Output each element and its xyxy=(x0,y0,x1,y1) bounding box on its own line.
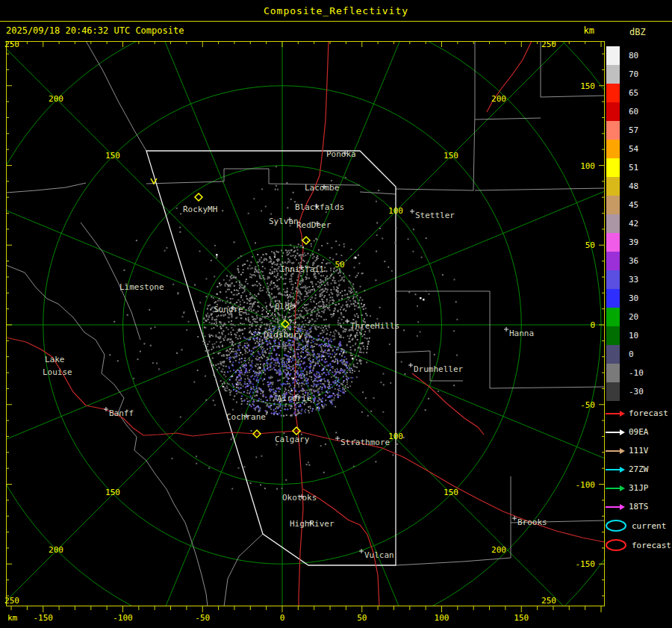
dbz-value: 42 xyxy=(629,219,638,228)
svg-text:50: 50 xyxy=(357,613,367,623)
legend-row: forecast xyxy=(605,404,671,423)
svg-text:-50: -50 xyxy=(580,400,595,410)
dbz-scale-row: 30 xyxy=(606,289,644,308)
dbz-value: -30 xyxy=(629,387,644,397)
dbz-scale-row: 70 xyxy=(606,65,644,84)
dbz-scale-row: 80 xyxy=(606,46,644,65)
dbz-swatch xyxy=(606,364,620,382)
dbz-swatch xyxy=(606,233,620,252)
map-layers xyxy=(0,0,672,628)
dbz-scale-row: 60 xyxy=(606,102,644,121)
dbz-swatch xyxy=(606,102,620,121)
svg-text:km: km xyxy=(7,613,18,623)
city-label: Innisfail xyxy=(280,264,325,274)
legend-row: 18TS xyxy=(605,497,671,516)
legend-label: forecast xyxy=(632,541,671,550)
city-label: Limestone xyxy=(119,282,164,292)
legend-label: forecast xyxy=(629,408,668,418)
km-unit-label-top: km xyxy=(557,25,594,36)
dbz-swatch xyxy=(606,382,620,401)
legend-label: 111V xyxy=(629,446,649,456)
svg-text:50: 50 xyxy=(585,240,595,250)
city-label: HighRiver xyxy=(290,519,335,529)
dbz-swatch xyxy=(606,196,620,214)
track-arrow-icon xyxy=(605,409,626,418)
dbz-value: 10 xyxy=(629,331,638,341)
dbz-value: 20 xyxy=(629,312,638,322)
svg-text:250: 250 xyxy=(541,596,556,606)
radar-map-canvas: -150-100-50050100150km150100500-50-100-1… xyxy=(0,0,672,628)
dbz-swatch xyxy=(606,121,620,140)
legend-row: 27ZW xyxy=(605,460,671,479)
track-arrow-icon xyxy=(605,428,626,437)
city-label: Okotoks xyxy=(282,493,317,503)
dbz-scale-row: 54 xyxy=(606,140,644,158)
dbz-swatch xyxy=(606,46,620,65)
city-label: Airdrie xyxy=(277,394,311,403)
city-label: Hanna xyxy=(509,329,534,338)
city-label: Ponoka xyxy=(326,149,356,159)
svg-text:100: 100 xyxy=(388,432,403,441)
legend-row: 31JP xyxy=(605,479,671,497)
svg-text:200: 200 xyxy=(49,94,63,104)
dbz-scale-row: 0 xyxy=(606,345,644,364)
svg-text:150: 150 xyxy=(514,613,529,623)
city-label: Sylvan xyxy=(269,217,299,226)
svg-text:150: 150 xyxy=(105,488,120,497)
dbz-value: 54 xyxy=(629,144,638,154)
track-arrow-icon xyxy=(605,465,626,474)
svg-text:0: 0 xyxy=(590,320,595,330)
city-label: Lake xyxy=(45,355,65,364)
dbz-value: 65 xyxy=(629,88,638,98)
dbz-value: 70 xyxy=(629,69,638,79)
city-label: Calgary xyxy=(275,435,310,444)
city-label: Banff xyxy=(109,408,134,418)
legend-label: 31JP xyxy=(629,483,649,493)
legend-row: 111V xyxy=(605,441,671,460)
svg-text:150: 150 xyxy=(444,151,458,161)
dbz-scale-row: -10 xyxy=(606,364,644,382)
dbz-swatch xyxy=(606,214,620,233)
dbz-value: 51 xyxy=(629,163,638,172)
city-label: Sundre xyxy=(214,305,243,314)
storm-ellipse-icon xyxy=(605,537,629,553)
city-label: Stettler xyxy=(415,211,455,220)
legend-row: 09EA xyxy=(605,423,671,441)
city-label: Cochrane xyxy=(226,412,266,422)
storm-ellipse-icon xyxy=(605,517,629,534)
city-label: Strathmore xyxy=(340,438,390,447)
city-label: Vulcan xyxy=(364,550,394,560)
svg-text:100: 100 xyxy=(435,613,449,623)
dbz-scale-row: 42 xyxy=(606,214,644,233)
dbz-value: 60 xyxy=(629,107,638,116)
dbz-scale-row: 65 xyxy=(606,84,644,102)
radar-site-icon xyxy=(302,237,310,244)
dbz-value: 36 xyxy=(629,256,638,266)
dbz-scale-row: 10 xyxy=(606,326,644,345)
dbz-color-scale: 807065605754514845423936333020100-10-30 xyxy=(606,46,644,401)
svg-text:100: 100 xyxy=(580,161,595,171)
svg-text:-50: -50 xyxy=(195,613,210,623)
dbz-swatch xyxy=(606,140,620,158)
svg-text:250: 250 xyxy=(4,40,19,49)
dbz-panel: dBZ 807065605754514845423936333020100-10… xyxy=(605,0,672,628)
product-timestamp: 2025/09/18 20:46:32 UTC Composite xyxy=(6,25,184,36)
storm-legend: forecast09EA111V27ZW31JP18TScurrentforec… xyxy=(605,404,671,555)
city-label: Drumheller xyxy=(414,364,464,374)
city-label: Olds xyxy=(275,302,295,311)
legend-row: current xyxy=(605,516,671,535)
svg-text:-150: -150 xyxy=(576,559,596,569)
dbz-value: 0 xyxy=(629,349,634,359)
svg-text:250: 250 xyxy=(541,40,556,49)
svg-text:-100: -100 xyxy=(576,480,596,490)
svg-text:150: 150 xyxy=(444,488,458,497)
svg-text:200: 200 xyxy=(49,545,63,555)
radar-viewer-window: -150-100-50050100150km150100500-50-100-1… xyxy=(0,0,672,628)
city-label: Didsbury xyxy=(264,330,303,340)
track-arrow-icon xyxy=(605,503,626,512)
svg-text:150: 150 xyxy=(580,81,595,91)
city-label: Louise xyxy=(43,367,72,377)
svg-text:-100: -100 xyxy=(113,613,133,623)
dbz-swatch xyxy=(606,326,620,345)
legend-label: 18TS xyxy=(629,502,649,512)
